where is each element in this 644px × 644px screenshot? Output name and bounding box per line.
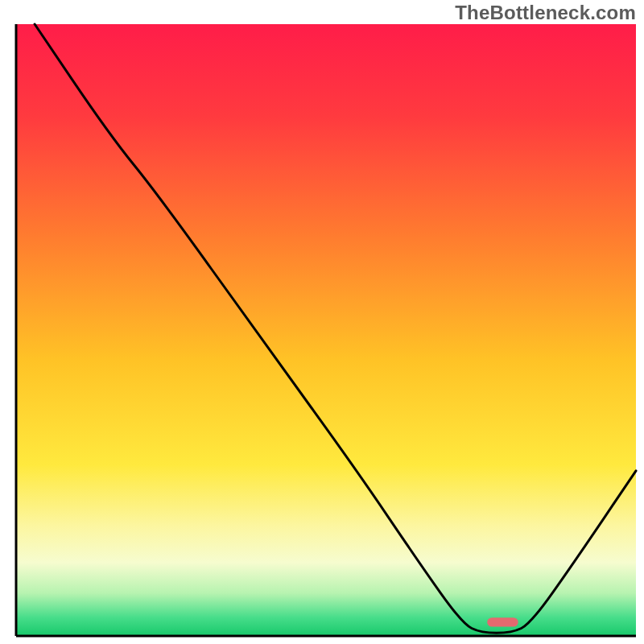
chart-canvas: TheBottleneck.com [0,0,644,644]
optimal-marker [487,617,518,626]
bottleneck-chart [0,0,644,644]
gradient-background [16,24,636,636]
plot-area [16,24,636,636]
